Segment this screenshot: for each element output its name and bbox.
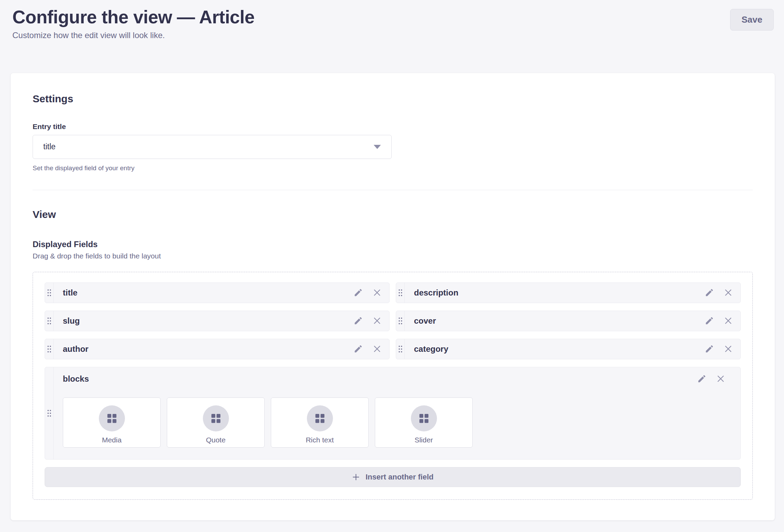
field-row-description: description xyxy=(396,282,741,303)
component-label: Slider xyxy=(415,436,433,444)
component-list: Media Quote Rich text xyxy=(63,397,733,448)
blocks-body: blocks Media xyxy=(54,367,740,459)
close-icon xyxy=(724,288,733,297)
field-name: category xyxy=(405,344,448,354)
edit-field-button[interactable] xyxy=(705,288,714,297)
save-button[interactable]: Save xyxy=(730,9,774,31)
page-header-text: Configure the view — Article Customize h… xyxy=(12,7,255,40)
settings-heading: Settings xyxy=(33,93,753,105)
remove-field-button[interactable] xyxy=(724,288,733,297)
component-grid-icon xyxy=(315,413,325,424)
insert-another-field-button[interactable]: Insert another field xyxy=(45,467,741,487)
edit-field-button[interactable] xyxy=(354,344,363,354)
remove-field-button[interactable] xyxy=(372,344,382,354)
displayed-fields-hint: Drag & drop the fields to build the layo… xyxy=(33,252,753,260)
field-row-category: category xyxy=(396,339,741,359)
drag-handle[interactable] xyxy=(45,311,54,331)
chevron-down-icon xyxy=(373,145,381,149)
field-name: author xyxy=(54,344,89,354)
field-actions xyxy=(354,283,389,303)
insert-another-field-label: Insert another field xyxy=(366,473,434,482)
blocks-header: blocks xyxy=(63,374,733,384)
page-header: Configure the view — Article Customize h… xyxy=(0,0,784,40)
pencil-icon xyxy=(705,288,714,297)
close-icon xyxy=(372,344,382,354)
close-icon xyxy=(372,288,382,297)
field-actions xyxy=(705,311,740,331)
pencil-icon xyxy=(705,344,714,354)
fields-grid: title description xyxy=(45,282,741,487)
remove-field-button[interactable] xyxy=(724,344,733,354)
drag-handle[interactable] xyxy=(396,339,405,359)
pencil-icon xyxy=(705,316,714,325)
drag-handle-icon xyxy=(47,317,51,325)
component-card-quote: Quote xyxy=(167,397,265,448)
field-row-blocks: blocks Media xyxy=(45,367,741,460)
field-name: title xyxy=(54,288,78,298)
edit-field-button[interactable] xyxy=(354,316,363,325)
component-label: Rich text xyxy=(306,436,334,444)
edit-field-button[interactable] xyxy=(354,288,363,297)
component-card-rich-text: Rich text xyxy=(271,397,369,448)
entry-title-hint: Set the displayed field of your entry xyxy=(33,164,753,172)
entry-title-label: Entry title xyxy=(33,123,753,131)
remove-field-button[interactable] xyxy=(716,374,725,383)
drag-handle-icon xyxy=(398,317,403,325)
remove-field-button[interactable] xyxy=(724,316,733,325)
drag-handle-icon xyxy=(47,409,51,417)
component-label: Media xyxy=(102,436,122,444)
remove-field-button[interactable] xyxy=(372,316,382,325)
configure-view-card: Settings Entry title title Set the displ… xyxy=(11,73,775,520)
component-card-slider: Slider xyxy=(375,397,473,448)
component-icon-circle xyxy=(203,405,229,431)
plus-icon xyxy=(352,473,360,481)
fields-dropzone: title description xyxy=(33,272,753,500)
field-actions xyxy=(354,339,389,359)
remove-field-button[interactable] xyxy=(372,288,382,297)
page-subtitle: Customize how the edit view will look li… xyxy=(12,31,255,40)
close-icon xyxy=(716,374,725,383)
field-name: description xyxy=(405,288,458,298)
drag-handle[interactable] xyxy=(45,339,54,359)
displayed-fields-label: Displayed Fields xyxy=(33,240,753,249)
field-row-cover: cover xyxy=(396,311,741,331)
field-actions xyxy=(705,283,740,303)
view-heading: View xyxy=(33,209,753,220)
field-row-author: author xyxy=(45,339,390,359)
drag-handle-icon xyxy=(398,345,403,353)
drag-handle-icon xyxy=(47,289,51,297)
field-name: cover xyxy=(405,316,436,326)
page-title: Configure the view — Article xyxy=(12,7,255,28)
close-icon xyxy=(724,344,733,354)
section-divider xyxy=(33,190,753,190)
component-label: Quote xyxy=(206,436,226,444)
entry-title-select-value: title xyxy=(43,142,56,151)
entry-title-select[interactable]: title xyxy=(33,135,392,159)
pencil-icon xyxy=(354,316,363,325)
pencil-icon xyxy=(697,374,706,383)
field-actions xyxy=(705,339,740,359)
field-actions xyxy=(697,374,733,383)
drag-handle-icon xyxy=(47,345,51,353)
component-grid-icon xyxy=(419,413,429,424)
edit-field-button[interactable] xyxy=(705,344,714,354)
drag-handle[interactable] xyxy=(45,283,54,303)
field-actions xyxy=(354,311,389,331)
component-grid-icon xyxy=(107,413,117,424)
field-name: blocks xyxy=(63,374,89,384)
field-row-title: title xyxy=(45,282,390,303)
pencil-icon xyxy=(354,288,363,297)
close-icon xyxy=(372,316,382,325)
field-row-slug: slug xyxy=(45,311,390,331)
edit-field-button[interactable] xyxy=(697,374,706,383)
component-icon-circle xyxy=(411,405,437,431)
drag-handle[interactable] xyxy=(396,311,405,331)
close-icon xyxy=(724,316,733,325)
component-icon-circle xyxy=(99,405,125,431)
drag-handle[interactable] xyxy=(396,283,405,303)
drag-handle[interactable] xyxy=(45,367,54,459)
component-card-media: Media xyxy=(63,397,161,448)
field-name: slug xyxy=(54,316,80,326)
pencil-icon xyxy=(354,344,363,354)
edit-field-button[interactable] xyxy=(705,316,714,325)
